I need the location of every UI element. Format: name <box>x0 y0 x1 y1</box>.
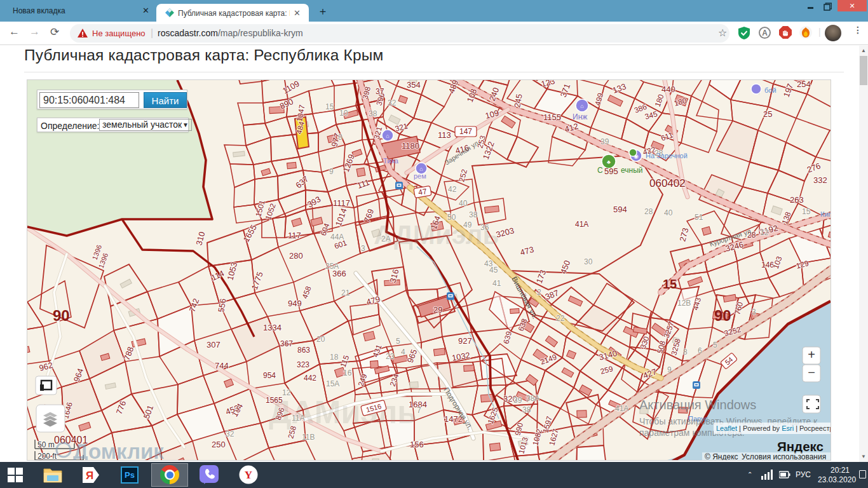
svg-text:117: 117 <box>288 231 301 240</box>
svg-text:354: 354 <box>407 80 421 90</box>
svg-text:−: − <box>808 365 815 379</box>
svg-text:Инж: Инж <box>573 112 587 121</box>
svg-text:263: 263 <box>790 195 804 205</box>
svg-text:250: 250 <box>212 440 226 449</box>
svg-text:ДАМиэль: ДАМиэль <box>269 395 417 430</box>
svg-text:Я: Я <box>86 470 93 482</box>
svg-text:На Заречной: На Заречной <box>646 152 688 159</box>
svg-text:307: 307 <box>207 340 220 349</box>
svg-text:15: 15 <box>325 102 334 111</box>
svg-text:15А: 15А <box>326 379 339 388</box>
svg-text:рем: рем <box>414 172 426 180</box>
svg-text:23: 23 <box>386 352 395 361</box>
svg-text:11А: 11А <box>292 414 304 423</box>
svg-text:18: 18 <box>330 353 339 362</box>
svg-text:Тиха: Тиха <box>383 157 399 165</box>
svg-text:28: 28 <box>644 207 653 216</box>
svg-text:Кип: Кип <box>820 210 831 218</box>
svg-text:11В: 11В <box>302 433 315 442</box>
svg-text:44А: 44А <box>330 233 344 241</box>
svg-text:50: 50 <box>447 213 456 222</box>
svg-text:© Яндекс: © Яндекс <box>705 452 738 460</box>
svg-text:+: + <box>808 348 815 362</box>
svg-text:⌂: ⌂ <box>419 166 423 172</box>
svg-text:060402: 060402 <box>649 177 686 189</box>
svg-text:38: 38 <box>469 210 478 219</box>
svg-text:41: 41 <box>492 279 501 288</box>
svg-text:22: 22 <box>556 314 565 323</box>
svg-text:45: 45 <box>489 266 498 274</box>
svg-text:323: 323 <box>297 360 309 369</box>
svg-text:156: 156 <box>410 440 424 449</box>
svg-text:41А: 41А <box>615 404 628 413</box>
svg-text:863: 863 <box>297 346 310 355</box>
svg-text:8: 8 <box>683 348 688 356</box>
svg-text:♣: ♣ <box>607 159 611 165</box>
svg-text:595: 595 <box>604 166 618 176</box>
svg-text:949: 949 <box>288 299 302 308</box>
svg-text:367: 367 <box>280 339 293 348</box>
svg-text:1155: 1155 <box>543 112 561 122</box>
svg-text:39: 39 <box>600 137 609 146</box>
svg-text:440: 440 <box>661 85 675 94</box>
svg-text:21: 21 <box>341 288 350 297</box>
svg-text:37: 37 <box>376 87 384 96</box>
svg-text:50 m: 50 m <box>37 440 55 449</box>
svg-text:332: 332 <box>813 175 827 185</box>
svg-text:Яндекс: Яндекс <box>777 439 824 454</box>
svg-text:5: 5 <box>713 341 717 349</box>
svg-text:1334: 1334 <box>263 323 281 332</box>
svg-text:Активация Windows: Активация Windows <box>639 398 756 412</box>
svg-text:Домклик: Домклик <box>73 440 164 460</box>
svg-text:7: 7 <box>417 406 421 415</box>
svg-text:1180: 1180 <box>402 141 419 151</box>
svg-text:6: 6 <box>698 346 702 355</box>
svg-text:39: 39 <box>513 396 522 405</box>
svg-text:32: 32 <box>388 98 397 107</box>
svg-text:254: 254 <box>797 80 811 89</box>
svg-text:38: 38 <box>522 405 531 414</box>
svg-text:25А: 25А <box>325 262 339 271</box>
svg-text:113: 113 <box>438 130 451 140</box>
svg-text:200 ft: 200 ft <box>37 452 57 460</box>
svg-text:12: 12 <box>282 388 291 397</box>
svg-text:ечный: ечный <box>621 166 642 175</box>
svg-text:Условия использования: Условия использования <box>742 452 826 460</box>
svg-text:9: 9 <box>329 167 334 176</box>
svg-text:40: 40 <box>459 199 468 208</box>
svg-text:147: 147 <box>459 127 472 136</box>
svg-text:16: 16 <box>343 369 352 377</box>
svg-text:С: С <box>597 166 603 175</box>
svg-text:Y: Y <box>245 469 252 481</box>
svg-text:32: 32 <box>226 430 234 438</box>
svg-text:20: 20 <box>316 335 325 344</box>
svg-text:36: 36 <box>480 223 489 232</box>
svg-text:38: 38 <box>369 109 377 118</box>
svg-text:8: 8 <box>338 133 342 142</box>
svg-text:954: 954 <box>263 371 276 380</box>
svg-text:47: 47 <box>417 187 428 197</box>
svg-text:41А: 41А <box>575 220 588 229</box>
svg-text:30: 30 <box>584 257 593 266</box>
svg-text:51: 51 <box>695 213 703 222</box>
svg-text:Leaflet | Powered by Esri | Ро: Leaflet | Powered by Esri | Росреестр <box>716 424 831 432</box>
svg-text:3: 3 <box>752 308 756 316</box>
svg-text:40: 40 <box>664 208 673 217</box>
svg-text:2А: 2А <box>381 234 391 243</box>
svg-text:927: 927 <box>458 336 472 346</box>
svg-text:12В: 12В <box>677 299 691 308</box>
svg-text:3: 3 <box>361 244 365 253</box>
svg-text:29: 29 <box>433 305 442 315</box>
svg-text:⌂: ⌂ <box>580 103 583 109</box>
svg-text:бой: бой <box>764 86 776 94</box>
svg-text:12: 12 <box>760 228 769 237</box>
svg-text:90: 90 <box>53 307 70 324</box>
svg-text:15: 15 <box>663 277 677 291</box>
svg-text:⌂: ⌂ <box>386 133 389 139</box>
svg-text:594: 594 <box>613 205 627 214</box>
svg-text:442: 442 <box>304 374 316 383</box>
svg-text:2: 2 <box>537 288 541 297</box>
svg-text:90: 90 <box>714 307 731 324</box>
svg-text:5: 5 <box>396 337 400 346</box>
svg-text:42: 42 <box>448 185 457 194</box>
